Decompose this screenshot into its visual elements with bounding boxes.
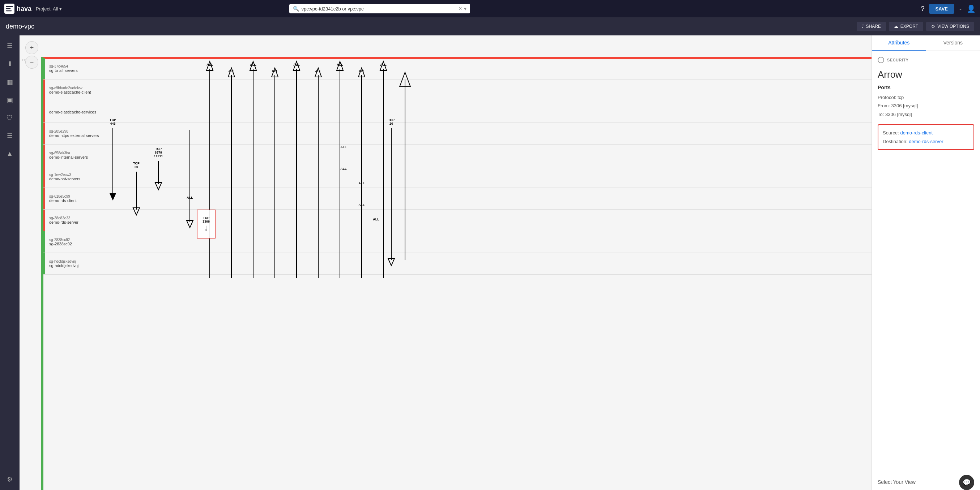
svg-text:TCP: TCP [133, 162, 140, 165]
share-button[interactable]: ⤴ SHARE [857, 22, 886, 31]
view-options-button[interactable]: ⚙ VIEW OPTIONS [926, 22, 974, 31]
svg-text:ALL: ALL [293, 63, 300, 67]
sidebar-menu-icon[interactable]: ☰ [5, 40, 15, 52]
app-logo[interactable]: hava [4, 4, 32, 14]
export-button[interactable]: ☁ EXPORT [889, 22, 923, 31]
zoom-in-button[interactable]: + [25, 41, 38, 54]
header-bar: demo-vpc ⤴ SHARE ☁ EXPORT ⚙ VIEW OPTIONS [0, 17, 980, 35]
svg-text:ALL: ALL [340, 167, 347, 171]
from-detail: From: 3306 [mysql] [878, 101, 974, 110]
help-button[interactable]: ? [921, 5, 925, 13]
tcp-20-arrow-2[interactable]: TCP 20 [388, 118, 395, 266]
right-panel: Attributes Versions SECURITY Arrow Ports… [872, 35, 980, 490]
svg-text:6379: 6379 [155, 151, 162, 154]
ports-title: Ports [878, 84, 974, 90]
search-icon: 🔍 [293, 6, 299, 11]
svg-text:TCP: TCP [110, 118, 116, 122]
logo-text: hava [17, 5, 32, 13]
all-up-arrow-6[interactable]: ALL [315, 68, 321, 278]
svg-text:ALL: ALL [340, 145, 347, 149]
all-up-arrow-4[interactable]: ALL [272, 68, 278, 278]
svg-text:443: 443 [110, 122, 115, 125]
svg-text:ALL: ALL [358, 70, 365, 73]
svg-marker-4 [110, 193, 116, 201]
all-down-arrow[interactable]: ALL [186, 130, 193, 228]
svg-text:ALL: ALL [250, 63, 256, 67]
source-line: Source: demo-rds-client [883, 128, 969, 137]
header-actions: ⤴ SHARE ☁ EXPORT ⚙ VIEW OPTIONS [857, 22, 974, 31]
sidebar-download-icon[interactable]: ⬇ [5, 58, 15, 70]
all-up-arrow-big[interactable] [399, 72, 410, 260]
svg-text:ALL: ALL [315, 70, 321, 73]
search-options-button[interactable]: ▾ [464, 6, 466, 11]
svg-text:ALL: ALL [337, 63, 343, 67]
sidebar-grid-icon[interactable]: ▦ [5, 76, 15, 88]
svg-text:ALL: ALL [358, 181, 365, 185]
user-avatar-button[interactable]: 👤 [967, 4, 976, 13]
arrow-down-icon: ↓ [204, 223, 208, 232]
settings-icon: ⚙ [931, 24, 935, 29]
all-up-arrow-5[interactable]: ALL [293, 62, 300, 278]
share-icon: ⤴ [862, 24, 864, 29]
nav-right: ? SAVE ⌄ 👤 [921, 4, 976, 14]
svg-text:ALL: ALL [228, 70, 235, 73]
save-button[interactable]: SAVE [929, 4, 955, 14]
search-clear-button[interactable]: × [458, 5, 462, 12]
svg-text:ALL: ALL [380, 63, 387, 67]
tcp-6379-arrow[interactable]: TCP 6379 11211 [154, 147, 163, 190]
svg-text:11211: 11211 [154, 154, 163, 158]
svg-text:TCP: TCP [388, 118, 395, 122]
all-up-arrow-3[interactable]: ALL [250, 62, 256, 278]
svg-text:ALL: ALL [358, 203, 365, 207]
chevron-down-icon: ▾ [59, 6, 62, 11]
security-toggle: SECURITY [878, 57, 974, 63]
zoom-out-button[interactable]: − [25, 56, 38, 69]
tcp-20-arrow-1[interactable]: TCP 20 [133, 162, 140, 215]
export-icon: ☁ [894, 24, 898, 29]
arrow-protocol-label: TCP [203, 216, 209, 220]
all-up-arrow-9[interactable]: ALL [380, 62, 387, 278]
diagram-container: + − net sg-37c4654 sg-to-all-servers sg [19, 35, 872, 490]
svg-text:20: 20 [390, 122, 393, 125]
sidebar-screen-icon[interactable]: ▣ [5, 94, 15, 106]
tab-versions[interactable]: Versions [926, 35, 980, 51]
search-input[interactable] [301, 6, 457, 11]
all-up-arrow-8[interactable]: ALL [358, 68, 365, 278]
tcp-443-arrow[interactable]: TCP 443 [110, 118, 116, 201]
panel-tabs: Attributes Versions [872, 35, 980, 51]
tab-attributes[interactable]: Attributes [872, 35, 926, 51]
sidebar-settings-icon[interactable]: ⚙ [5, 473, 15, 486]
ports-section: Ports Protocol: tcp From: 3306 [mysql] T… [878, 84, 974, 119]
project-selector[interactable]: Project: All ▾ [36, 6, 62, 11]
to-detail: To: 3306 [mysql] [878, 110, 974, 119]
search-bar: 🔍 × ▾ [289, 4, 470, 13]
svg-text:ALL: ALL [207, 63, 213, 67]
svg-text:ALL: ALL [272, 70, 278, 73]
svg-text:20: 20 [135, 165, 138, 169]
security-label: SECURITY [887, 58, 909, 62]
panel-content: SECURITY Arrow Ports Protocol: tcp From:… [872, 51, 980, 474]
sidebar-chart-icon[interactable]: ▲ [4, 148, 15, 160]
destination-link[interactable]: demo-rds-server [909, 139, 943, 144]
save-dropdown-button[interactable]: ⌄ [959, 6, 962, 11]
svg-text:ALL: ALL [373, 217, 379, 221]
all-up-arrow-1[interactable]: ALL [207, 62, 213, 278]
all-up-arrow-2[interactable]: ALL [228, 68, 235, 278]
source-dest-box: Source: demo-rds-client Destination: dem… [878, 124, 974, 150]
highlighted-arrow-box[interactable]: TCP 3306 ↓ [197, 209, 216, 238]
arrows-svg: TCP 443 TCP 20 TCP 6379 11211 [43, 58, 872, 490]
sidebar-list-icon[interactable]: ☰ [5, 130, 15, 142]
zoom-controls: + − [25, 41, 38, 69]
svg-text:TCP: TCP [155, 147, 162, 151]
top-nav: hava Project: All ▾ 🔍 × ▾ ? SAVE ⌄ 👤 [0, 0, 980, 17]
source-link[interactable]: demo-rds-client [900, 130, 932, 135]
destination-line: Destination: demo-rds-server [883, 137, 969, 146]
security-toggle-button[interactable] [878, 57, 884, 63]
chat-button[interactable]: 💬 [959, 475, 974, 490]
sidebar-shield-icon[interactable]: 🛡 [4, 112, 15, 124]
main-layout: ☰ ⬇ ▦ ▣ 🛡 ☰ ▲ ⚙ + − net sg-37c4654 [0, 35, 980, 490]
page-title: demo-vpc [6, 23, 34, 30]
select-view-label: Select Your View [878, 479, 916, 485]
left-sidebar: ☰ ⬇ ▦ ▣ 🛡 ☰ ▲ ⚙ [0, 35, 19, 490]
arrow-title: Arrow [878, 69, 974, 80]
